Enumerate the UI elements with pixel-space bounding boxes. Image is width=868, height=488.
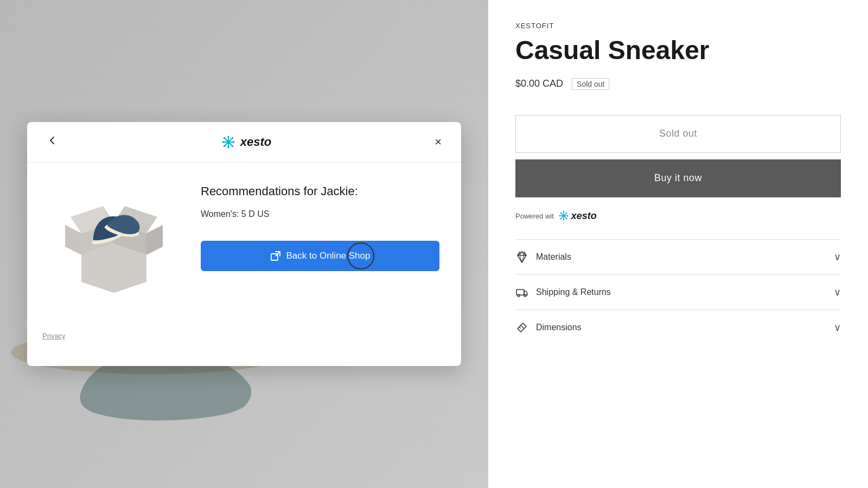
price-sold-out-badge: Sold out — [572, 78, 609, 90]
external-link-icon — [270, 251, 281, 261]
product-image-panel: xesto × — [0, 0, 488, 488]
product-detail-panel: XESTOFIT Casual Sneaker $0.00 CAD Sold o… — [488, 0, 868, 488]
modal-body: Recommendations for Jackie: Women's: 5 D… — [27, 163, 461, 325]
modal-illustration — [49, 179, 179, 309]
svg-point-36 — [566, 219, 567, 220]
svg-rect-37 — [516, 290, 524, 295]
modal-header: xesto × — [27, 122, 461, 163]
svg-point-10 — [227, 146, 229, 149]
accordion-materials-left: Materials — [515, 251, 571, 264]
brand-name: XESTOFIT — [515, 22, 841, 30]
materials-label: Materials — [536, 252, 571, 262]
powered-by-row: Powered wit xesto — [515, 210, 841, 222]
xesto-small-text: xesto — [571, 210, 597, 222]
shipping-label: Shipping & Returns — [536, 287, 611, 297]
xesto-logo-icon — [221, 134, 236, 150]
dimensions-label: Dimensions — [536, 323, 582, 332]
svg-point-9 — [227, 136, 229, 138]
svg-point-35 — [560, 219, 561, 220]
modal-overlay: xesto × — [0, 0, 488, 488]
svg-point-11 — [222, 141, 224, 143]
sold-out-button[interactable]: Sold out — [515, 115, 841, 153]
svg-point-15 — [224, 145, 225, 147]
svg-point-13 — [224, 137, 225, 139]
modal-content: Recommendations for Jackie: Women's: 5 D… — [201, 179, 439, 271]
svg-line-41 — [521, 325, 522, 326]
product-price: $0.00 CAD — [515, 78, 563, 89]
back-to-shop-button[interactable]: Back to Online Shop — [201, 241, 439, 271]
accordion-dimensions-left: Dimensions — [515, 321, 582, 334]
shipping-icon — [515, 286, 528, 299]
svg-point-32 — [567, 215, 569, 217]
privacy-link[interactable]: Privacy — [42, 332, 66, 340]
powered-by-text: Powered wit — [515, 212, 554, 220]
svg-point-38 — [518, 294, 520, 297]
dimensions-chevron-icon: ∨ — [834, 322, 841, 333]
dimensions-icon — [515, 321, 528, 334]
svg-point-39 — [524, 294, 526, 297]
svg-point-29 — [563, 211, 565, 213]
recommendation-size: Women's: 5 D US — [201, 209, 439, 219]
modal-logo: xesto — [221, 134, 271, 150]
product-title: Casual Sneaker — [515, 36, 841, 65]
modal-close-button[interactable]: × — [430, 133, 446, 151]
svg-line-42 — [522, 327, 524, 328]
materials-chevron-icon: ∨ — [834, 251, 841, 263]
back-to-shop-label: Back to Online Shop — [286, 251, 371, 261]
xesto-small-icon — [558, 210, 569, 221]
accordion-dimensions[interactable]: Dimensions ∨ — [515, 310, 841, 345]
svg-line-40 — [519, 327, 520, 328]
svg-point-30 — [563, 219, 565, 221]
svg-point-16 — [232, 145, 233, 147]
svg-point-34 — [566, 213, 567, 214]
accordion-shipping[interactable]: Shipping & Returns ∨ — [515, 274, 841, 310]
shipping-chevron-icon: ∨ — [834, 286, 841, 298]
modal-footer: Privacy — [27, 325, 461, 351]
price-row: $0.00 CAD Sold out — [515, 78, 841, 90]
recommendation-title: Recommendations for Jackie: — [201, 184, 439, 198]
box-illustration — [60, 190, 168, 298]
svg-point-31 — [559, 215, 561, 217]
accordion-shipping-left: Shipping & Returns — [515, 286, 611, 299]
svg-point-14 — [232, 137, 233, 139]
accordion-materials[interactable]: Materials ∨ — [515, 239, 841, 274]
svg-point-33 — [560, 213, 561, 214]
xesto-logo-small: xesto — [558, 210, 597, 222]
buy-now-button[interactable]: Buy it now — [515, 159, 841, 197]
materials-icon — [515, 251, 528, 264]
modal-back-button[interactable] — [42, 133, 62, 151]
xesto-brand-text: xesto — [240, 135, 271, 149]
svg-point-12 — [233, 141, 235, 143]
xesto-modal: xesto × — [27, 122, 461, 366]
